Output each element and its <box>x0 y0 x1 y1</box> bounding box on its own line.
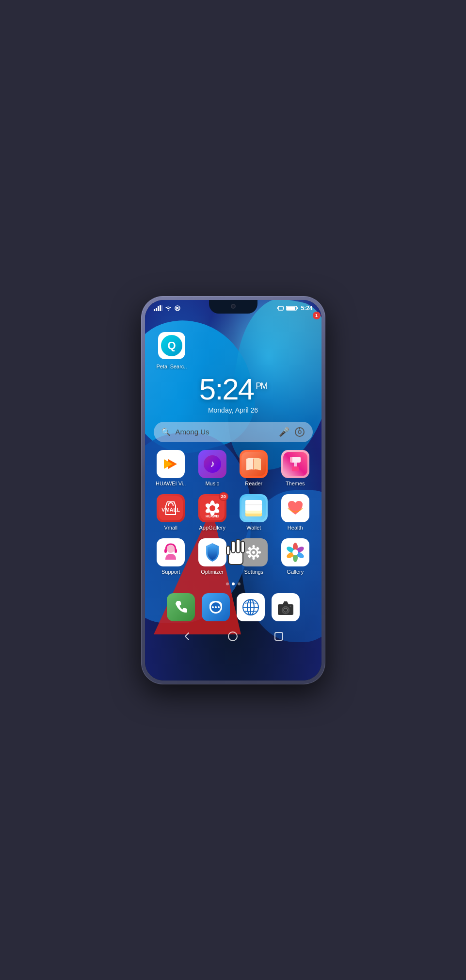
svg-point-52 <box>252 551 255 554</box>
svg-rect-3 <box>160 305 161 311</box>
svg-rect-42 <box>245 500 262 511</box>
svg-point-14 <box>298 431 301 433</box>
svg-rect-4 <box>161 305 162 311</box>
svg-rect-56 <box>258 551 261 553</box>
app-item-petal-search[interactable]: Q Petal Searc.. <box>157 332 187 369</box>
huawei-video-label: HUAWEI Vi.. <box>156 481 186 486</box>
gallery-label: Gallery <box>287 569 304 575</box>
vmall-icon[interactable]: VMALL <box>157 494 185 522</box>
camera-search-icon[interactable] <box>294 427 305 437</box>
svg-rect-8 <box>277 307 278 309</box>
music-icon[interactable]: ♪ <box>198 450 226 478</box>
navigation-bar <box>145 626 321 649</box>
app-item-reader[interactable]: Reader <box>236 450 273 486</box>
svg-point-72 <box>215 606 217 608</box>
wallet-label: Wallet <box>246 525 261 531</box>
settings-label: Settings <box>244 569 263 575</box>
svg-rect-55 <box>246 551 249 553</box>
svg-rect-2 <box>158 306 159 311</box>
home-button[interactable] <box>227 631 238 644</box>
app-item-music[interactable]: ♪ Music <box>194 450 231 486</box>
dock-item-phone[interactable] <box>167 593 195 621</box>
music-label: Music <box>205 481 219 486</box>
home-screen-content: Q Petal Searc.. 5:24PM Monday, April 26 … <box>145 314 321 625</box>
support-label: Support <box>161 569 180 575</box>
svg-rect-26 <box>292 466 299 471</box>
svg-rect-25 <box>294 463 297 466</box>
dot-2 <box>232 582 235 585</box>
dock-item-browser[interactable] <box>237 593 265 621</box>
dock-item-camera[interactable] <box>272 593 300 621</box>
settings-icon[interactable] <box>240 538 268 566</box>
optimizer-icon[interactable] <box>198 538 226 566</box>
app-item-themes[interactable]: Themes <box>277 450 314 486</box>
health-icon[interactable] <box>281 494 309 522</box>
app-item-support[interactable]: Support <box>153 538 190 575</box>
svg-text:♪: ♪ <box>210 458 215 469</box>
search-input-text[interactable]: Among Us <box>176 428 274 436</box>
huawei-video-icon[interactable] <box>157 450 185 478</box>
app-item-appgallery[interactable]: HUAWEI 20 AppGallery <box>194 494 231 531</box>
messages-dock-icon[interactable] <box>202 593 230 621</box>
dock-item-messages[interactable] <box>202 593 230 621</box>
svg-point-73 <box>218 606 220 608</box>
vmall-label: Vmall <box>164 525 177 531</box>
svg-rect-53 <box>253 545 255 548</box>
svg-rect-88 <box>275 632 283 640</box>
app-grid-row-1: 1 HUAWEI Vi.. <box>151 446 316 490</box>
notch <box>209 300 257 314</box>
petal-search-icon[interactable]: Q <box>158 332 185 359</box>
app-item-gallery[interactable]: Gallery <box>277 538 314 575</box>
wifi-icon <box>164 305 172 311</box>
svg-rect-7 <box>278 306 283 310</box>
phone-dock-icon[interactable] <box>167 593 195 621</box>
dot-3 <box>238 582 241 585</box>
optimizer-label: Optimizer <box>201 569 224 575</box>
svg-text:VMALL: VMALL <box>161 507 180 513</box>
gallery-icon[interactable] <box>281 538 309 566</box>
time-display: 5:24 <box>301 305 312 312</box>
support-icon[interactable] <box>157 538 185 566</box>
appgallery-label: AppGallery <box>199 525 225 531</box>
reader-label: Reader <box>245 481 262 486</box>
dot-1 <box>226 582 229 585</box>
svg-point-81 <box>289 605 291 607</box>
svg-rect-54 <box>253 557 255 560</box>
page-dots <box>151 579 316 589</box>
svg-point-71 <box>212 606 214 608</box>
petal-search-label: Petal Searc.. <box>157 364 187 369</box>
back-button[interactable] <box>182 631 193 644</box>
bluetooth-icon: B <box>174 305 181 311</box>
search-bar[interactable]: 🔍 Among Us 🎤 <box>154 422 313 442</box>
svg-text:HUAWEI: HUAWEI <box>206 515 219 518</box>
svg-rect-0 <box>154 309 155 311</box>
phone-frame: B 5:24 <box>141 296 325 684</box>
svg-point-46 <box>167 545 175 553</box>
vibrate-icon <box>277 305 284 311</box>
svg-rect-9 <box>284 307 285 309</box>
recents-button[interactable] <box>273 631 284 644</box>
appgallery-icon[interactable]: HUAWEI 20 <box>198 494 226 522</box>
svg-rect-11 <box>287 307 295 310</box>
app-item-huawei-video[interactable]: 1 HUAWEI Vi.. <box>153 450 190 486</box>
svg-rect-47 <box>164 549 167 553</box>
app-item-health[interactable]: Health <box>277 494 314 531</box>
top-app-area: Q Petal Searc.. <box>151 314 316 369</box>
app-grid-row-2: VMALL Vmall <box>151 490 316 534</box>
status-left: B <box>154 305 181 311</box>
phone-screen: B 5:24 <box>145 300 321 681</box>
microphone-icon[interactable]: 🎤 <box>279 427 289 437</box>
svg-rect-27 <box>290 457 292 463</box>
themes-label: Themes <box>286 481 305 486</box>
reader-icon[interactable] <box>240 450 268 478</box>
wallet-icon[interactable] <box>240 494 268 522</box>
app-item-optimizer[interactable]: Optimizer <box>194 538 231 575</box>
browser-dock-icon[interactable] <box>237 593 265 621</box>
themes-icon[interactable] <box>281 450 309 478</box>
front-camera <box>231 304 236 309</box>
app-item-vmall[interactable]: VMALL Vmall <box>153 494 190 531</box>
app-item-wallet[interactable]: Wallet <box>236 494 273 531</box>
app-item-settings[interactable]: Settings <box>236 538 273 575</box>
svg-point-37 <box>209 505 215 511</box>
camera-dock-icon[interactable] <box>272 593 300 621</box>
